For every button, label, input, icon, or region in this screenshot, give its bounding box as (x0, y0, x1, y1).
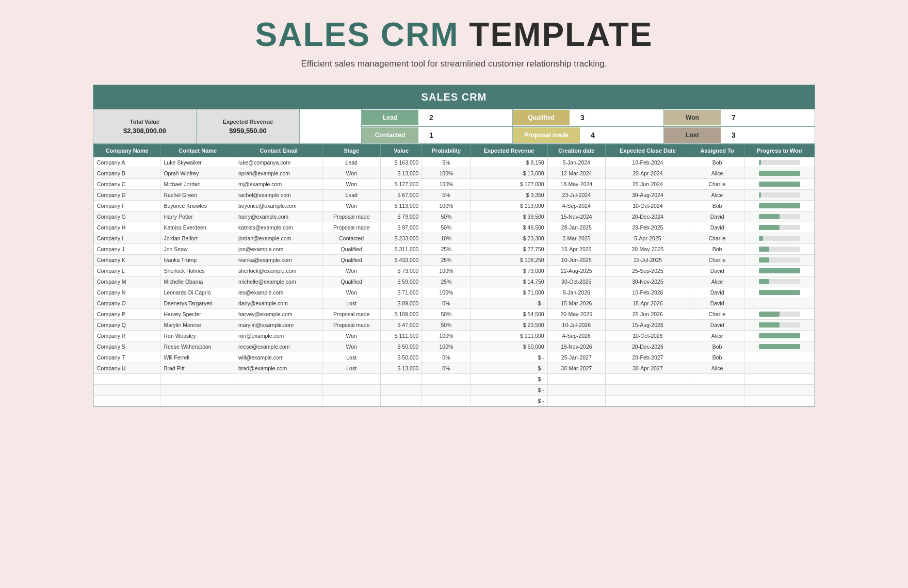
table-cell: Daenerys Targaryen (160, 298, 235, 309)
title-part2: TEMPLATE (469, 16, 653, 53)
table-cell: 8-Jan-2026 (547, 287, 605, 298)
table-cell: 30-Mar-2027 (547, 363, 605, 374)
table-cell: Charlie (690, 233, 744, 244)
table-cell: Qualified (322, 244, 381, 255)
lead-label: Lead (362, 110, 418, 125)
table-cell: 28-Feb-2025 (605, 222, 690, 233)
table-cell: $ 109,000 (381, 309, 422, 320)
page-wrapper: SALES CRM TEMPLATE Efficient sales manag… (93, 15, 815, 407)
table-cell: Harvey Specter (160, 309, 235, 320)
table-cell: $ 127,000 (381, 179, 422, 190)
status-won: Won 7 (664, 109, 815, 126)
table-cell: 15-Mar-2026 (547, 298, 605, 309)
table-row: Company JJon Snowjon@example.comQualifie… (94, 244, 815, 255)
empty-cell (422, 374, 471, 385)
table-row: Company GHarry Potterharry@example.comPr… (94, 211, 815, 222)
table-cell: David (690, 287, 744, 298)
table-cell: brad@example.com (235, 363, 322, 374)
table-cell: $ 67,000 (381, 190, 422, 201)
expected-revenue-label: Expected Revenue (223, 119, 273, 125)
table-cell: dany@example.com (235, 298, 322, 309)
table-cell: 100% (422, 201, 471, 211)
table-cell: 30-Apr-2027 (605, 363, 690, 374)
table-cell: 28-Feb-2027 (605, 352, 690, 363)
contacted-count: 1 (418, 127, 444, 143)
table-row: Company MMichelle Obamamichelle@example.… (94, 276, 815, 287)
table-cell: $ - (471, 298, 547, 309)
empty-row: $ - (94, 396, 815, 406)
table-cell: $ 8,150 (471, 157, 547, 168)
status-lead: Lead 2 (362, 109, 513, 126)
table-cell: Proposal made (322, 309, 381, 320)
summary-row: Total Value $2,308,000.00 Expected Reven… (93, 109, 815, 144)
table-row: Company CMichael Jordanmj@example.comWon… (94, 179, 815, 190)
table-cell (744, 211, 815, 222)
empty-cell (235, 396, 322, 406)
table-cell: Will Ferrell (160, 352, 235, 363)
table-row: Company LSherlock Holmessherlock@example… (94, 266, 815, 276)
col-expected-revenue: Expected Revenue (471, 144, 547, 157)
table-cell: 5% (422, 190, 471, 201)
proposal-count: 4 (580, 127, 606, 143)
table-cell: Jon Snow (160, 244, 235, 255)
table-cell: Company Q (94, 320, 160, 331)
table-cell (744, 190, 815, 201)
qualified-count: 3 (570, 109, 595, 126)
table-cell: Company R (94, 331, 160, 341)
table-cell: $ 48,500 (471, 222, 547, 233)
total-value: $2,308,000.00 (123, 127, 166, 135)
table-cell: $ - (471, 352, 547, 363)
table-cell: $ 14,750 (471, 276, 547, 287)
table-row: Company RRon Weasleyron@example.comWon$ … (94, 331, 815, 341)
table-cell: 20-Dec-2024 (605, 211, 690, 222)
table-cell: Jordan Belfort (160, 233, 235, 244)
table-cell: Qualified (322, 255, 381, 266)
table-cell: $ 73,000 (471, 266, 547, 276)
table-cell (744, 276, 815, 287)
table-header-row: Company Name Contact Name Contact Email … (94, 144, 815, 157)
table-cell (744, 222, 815, 233)
table-cell (744, 341, 815, 352)
table-cell: $ 23,500 (471, 320, 547, 331)
table-cell: 10-Oct-2026 (605, 331, 690, 341)
empty-cell (744, 396, 815, 406)
status-proposal: Proposal made 4 (513, 127, 664, 143)
col-close: Expected Close Date (605, 144, 690, 157)
empty-cell (605, 385, 690, 396)
empty-cell (381, 385, 422, 396)
table-cell: 20-Dec-2026 (605, 341, 690, 352)
table-cell: Reese Witherspoon (160, 341, 235, 352)
table-cell: mj@example.com (235, 179, 322, 190)
empty-cell (744, 385, 815, 396)
table-cell: 10% (422, 233, 471, 244)
table-cell: Company B (94, 168, 160, 179)
table-cell: 10-Jul-2026 (547, 320, 605, 331)
lost-count: 3 (721, 127, 747, 143)
table-cell: Michael Jordan (160, 179, 235, 190)
empty-cell (381, 374, 422, 385)
table-cell: Proposal made (322, 211, 381, 222)
table-cell: Company G (94, 211, 160, 222)
table-cell: Proposal made (322, 222, 381, 233)
table-cell: Company J (94, 244, 160, 255)
table-cell: Marylin Monroe (160, 320, 235, 331)
table-cell: 18-Nov-2026 (547, 341, 605, 352)
empty-row: $ - (94, 385, 815, 396)
spacer (300, 109, 362, 143)
table-cell: 28-Jan-2025 (547, 222, 605, 233)
page-title: SALES CRM TEMPLATE (93, 15, 815, 54)
table-row: Company QMarylin Monroemarylin@example.c… (94, 320, 815, 331)
table-row: Company DRachel Greenrachel@example.comL… (94, 190, 815, 201)
table-cell: 25-Jan-2027 (547, 352, 605, 363)
table-row: Company NLeonardo Di Caprioleo@example.c… (94, 287, 815, 298)
table-cell: 20-May-2026 (547, 309, 605, 320)
table-cell: 12-Mar-2024 (547, 168, 605, 179)
table-cell: leo@example.com (235, 287, 322, 298)
table-cell: 2-Mar-2025 (547, 233, 605, 244)
col-creation: Creation date (547, 144, 605, 157)
table-cell: Lead (322, 190, 381, 201)
empty-cell (94, 396, 160, 406)
table-cell: Company N (94, 287, 160, 298)
crm-table: Company Name Contact Name Contact Email … (93, 144, 815, 406)
table-cell: 50% (422, 309, 471, 320)
